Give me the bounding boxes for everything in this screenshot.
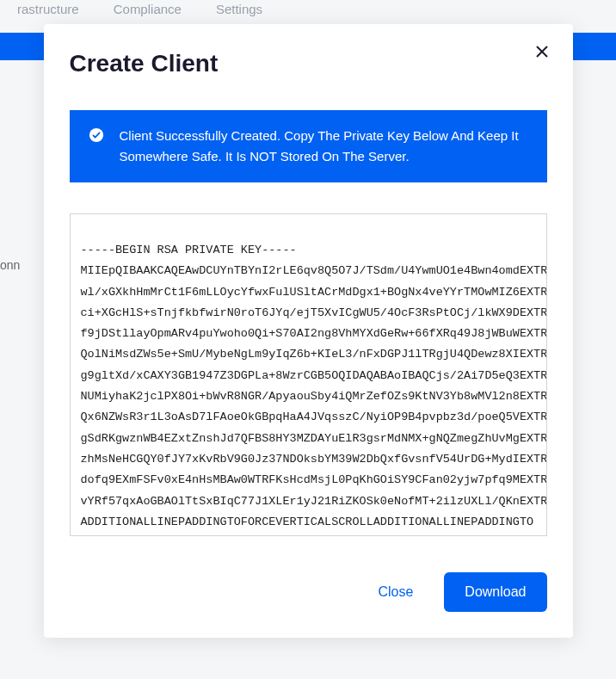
modal-close-button[interactable]	[532, 41, 552, 62]
close-button[interactable]: Close	[367, 576, 423, 608]
download-button[interactable]: Download	[444, 572, 546, 612]
modal-footer: Close Download	[70, 572, 547, 612]
modal-title: Create Client	[70, 50, 547, 77]
close-icon	[535, 45, 549, 59]
private-key-text: -----BEGIN RSA PRIVATE KEY----- MIIEpQIB…	[81, 240, 536, 536]
create-client-modal: Create Client Client Successfully Create…	[44, 24, 573, 638]
success-alert: Client Successfully Created. Copy The Pr…	[70, 110, 547, 182]
background-sidebar-fragment: onn	[0, 258, 20, 272]
private-key-textarea[interactable]: -----BEGIN RSA PRIVATE KEY----- MIIEpQIB…	[70, 213, 547, 536]
alert-message: Client Successfully Created. Copy The Pr…	[120, 126, 528, 167]
modal-overlay: Create Client Client Successfully Create…	[43, 0, 573, 679]
check-circle-icon	[89, 127, 104, 143]
